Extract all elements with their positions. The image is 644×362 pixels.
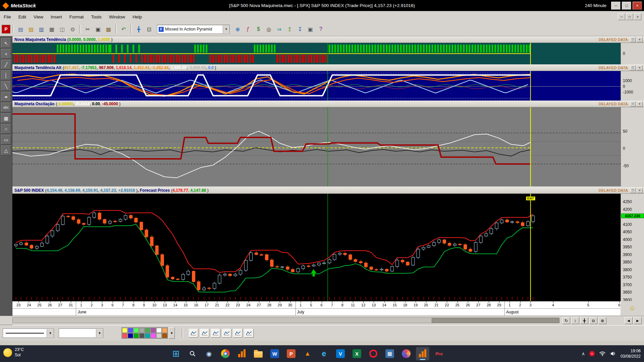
panel-restore-button[interactable]: □ — [630, 37, 636, 42]
program-icon[interactable]: P — [2, 25, 10, 34]
horizontal-scrollbar[interactable] — [12, 317, 559, 323]
taskbar-icon-vlc[interactable]: ▲ — [301, 347, 314, 360]
child-restore-button[interactable]: □ — [626, 13, 633, 20]
vertical-line-tool[interactable]: │ — [1, 70, 11, 80]
tray-chevron-icon[interactable]: ∧ — [582, 351, 585, 356]
zoom-out-button[interactable]: ⊖ — [589, 317, 597, 324]
text-tool[interactable]: abc — [1, 103, 11, 112]
color-swatch[interactable] — [128, 328, 133, 333]
panel-close-button[interactable]: × — [637, 37, 643, 42]
ellipse-tool[interactable]: ○ — [1, 124, 11, 134]
taskbar-icon-word[interactable]: W — [268, 347, 281, 360]
line-style-combo[interactable]: ▼ — [3, 328, 54, 338]
taskbar-icon-search[interactable] — [186, 347, 199, 360]
panel-restore-button[interactable]: □ — [630, 65, 636, 70]
taskbar-icon-metastock-active[interactable] — [416, 347, 429, 360]
snapshot-icon[interactable]: ▣ — [306, 24, 315, 34]
zoom-area-icon[interactable]: ⊡ — [144, 24, 154, 34]
taskbar-icon-start[interactable]: ⊞ — [169, 347, 183, 360]
color-palette-arrow-icon[interactable]: ▼ — [169, 327, 175, 339]
upload-icon[interactable]: ↥ — [285, 24, 294, 34]
zoom-icon[interactable]: ⊙ — [68, 24, 77, 34]
color-swatch[interactable] — [156, 333, 162, 338]
forward-icon[interactable]: ⇒ — [274, 24, 284, 34]
menu-tools[interactable]: Tools — [88, 12, 106, 21]
menu-file[interactable]: File — [0, 12, 15, 21]
chart-template-button-1[interactable] — [189, 329, 198, 338]
pointer-tool[interactable]: ↖ — [1, 38, 11, 48]
close-button[interactable]: × — [633, 2, 642, 10]
chart-template-button-2[interactable] — [200, 329, 209, 338]
wifi-icon[interactable] — [599, 351, 606, 356]
menu-window[interactable]: Window — [105, 12, 129, 21]
panel-restore-button[interactable]: □ — [630, 188, 636, 193]
line-style-combo-arrow-icon[interactable]: ▼ — [47, 329, 54, 337]
paste-icon[interactable]: ▩ — [104, 24, 113, 34]
pan-button[interactable]: ╋ — [580, 317, 588, 324]
menu-format[interactable]: Format — [66, 12, 88, 21]
taskbar-icon-opera[interactable] — [367, 347, 380, 360]
help-icon[interactable]: ? — [316, 24, 326, 34]
layout-icon[interactable]: ◫ — [57, 24, 67, 34]
trend-bars-chart[interactable] — [12, 43, 621, 64]
panel-close-button[interactable]: × — [637, 101, 643, 107]
color-swatch[interactable] — [145, 333, 150, 338]
taskbar-icon-powerpoint[interactable]: P — [284, 347, 298, 360]
panel-restore-button[interactable]: □ — [630, 101, 636, 107]
trend-alt-chart[interactable] — [12, 71, 621, 101]
taskbar-icon-photos[interactable] — [399, 347, 413, 360]
crosshair-tool[interactable]: + — [1, 49, 11, 59]
color-swatch[interactable] — [156, 328, 162, 333]
taskbar-icon-chat[interactable]: ◉ — [202, 347, 216, 360]
minimize-button[interactable]: ─ — [611, 2, 621, 10]
downtrend-tool[interactable]: ╲ — [1, 81, 11, 91]
color-swatch[interactable] — [122, 328, 127, 333]
scroll-left-button[interactable]: ◄ — [625, 317, 633, 324]
line-weight-combo[interactable]: ▼ — [59, 328, 103, 338]
taskbar-icon-edge[interactable]: e — [317, 347, 331, 360]
panel-close-button[interactable]: × — [637, 188, 643, 193]
copy-icon[interactable]: ▣ — [93, 24, 103, 34]
color-swatch[interactable] — [139, 333, 145, 338]
dollar-icon[interactable]: $ — [254, 24, 263, 34]
save-icon[interactable]: ▥ — [37, 24, 46, 34]
child-minimize-button[interactable]: ─ — [618, 13, 625, 20]
chart-template-button-3[interactable] — [211, 329, 220, 338]
scroll-arrows-tool[interactable]: ◂▸ — [1, 92, 11, 102]
menu-view[interactable]: View — [30, 12, 47, 21]
template-combo-arrow-icon[interactable]: ▼ — [223, 25, 229, 33]
explorer-icon[interactable]: ◎ — [264, 24, 274, 34]
color-swatch[interactable] — [133, 328, 139, 333]
menu-insert[interactable]: Insert — [47, 12, 66, 21]
color-swatch[interactable] — [162, 328, 167, 333]
open-icon[interactable]: ▨ — [26, 24, 36, 34]
undo-icon[interactable]: ↶ — [119, 24, 128, 34]
volume-icon[interactable] — [610, 351, 616, 356]
function-icon[interactable]: ƒ — [243, 24, 253, 34]
panel-close-button[interactable]: × — [637, 65, 643, 70]
tray-alert-icon[interactable]: × — [589, 351, 595, 356]
grid-tool[interactable]: ▦ — [1, 113, 11, 123]
download-icon[interactable]: ↧ — [295, 24, 305, 34]
taskbar-icon-explorer[interactable] — [252, 347, 265, 360]
zoom-in-button[interactable]: ⊕ — [598, 317, 606, 324]
clock-widget[interactable]: 19:06 03/08/2022 — [621, 348, 641, 359]
globe-icon[interactable]: ⊕ — [233, 24, 243, 34]
color-swatch[interactable] — [133, 333, 139, 338]
scrollbar-thumb[interactable] — [432, 318, 559, 323]
crosshair-icon[interactable]: ╋ — [134, 24, 144, 34]
taskbar-icon-metastock[interactable] — [235, 347, 249, 360]
taskbar-icon-visual-studio[interactable]: V — [334, 347, 347, 360]
print-icon[interactable]: ▦ — [47, 24, 57, 34]
color-swatch[interactable] — [139, 328, 145, 333]
color-swatch[interactable] — [151, 333, 156, 338]
cut-icon[interactable]: ✂ — [83, 24, 93, 34]
child-close-button[interactable]: × — [634, 13, 641, 20]
candlestick-chart[interactable]: EXIT — [12, 194, 621, 301]
taskbar-icon-chrome[interactable] — [219, 347, 232, 360]
oscillator-chart[interactable] — [12, 107, 621, 186]
fit-vertical-button[interactable]: ↕ — [571, 317, 579, 324]
color-swatch[interactable] — [122, 333, 127, 338]
scroll-right-button[interactable]: ► — [634, 317, 642, 324]
color-swatch[interactable] — [145, 328, 150, 333]
